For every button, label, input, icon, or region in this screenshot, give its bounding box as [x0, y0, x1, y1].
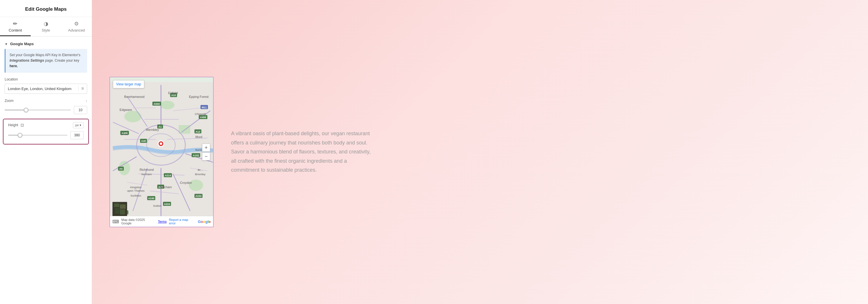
zoom-collapse-icon[interactable]: ‹ — [86, 98, 87, 103]
info-link[interactable]: here. — [9, 64, 18, 68]
svg-text:A240: A240 — [148, 197, 154, 200]
svg-text:A232: A232 — [195, 194, 202, 197]
zoom-group: Zoom ‹ — [0, 98, 92, 119]
description-area: A vibrant oasis of plant-based delights,… — [231, 129, 376, 175]
svg-text:Bromley: Bromley — [195, 173, 205, 176]
svg-text:Wembley: Wembley — [146, 128, 159, 131]
terms-link[interactable]: Terms — [158, 220, 166, 223]
tab-advanced-label: Advanced — [68, 28, 85, 32]
zoom-label: Zoom — [5, 99, 13, 103]
location-label: Location — [5, 77, 87, 81]
desktop-icon[interactable]: ⊡ — [21, 123, 24, 127]
description-text: A vibrant oasis of plant-based delights,… — [231, 129, 376, 175]
svg-text:Enfield: Enfield — [168, 91, 178, 95]
map-container: A10 A406 A406 M11 A12 A10 — [110, 77, 214, 227]
location-input[interactable] — [5, 84, 78, 93]
height-slider-thumb[interactable] — [18, 133, 22, 138]
section-arrow: ▼ — [5, 42, 8, 46]
api-key-info-box: Set your Google Maps API Key in Elemento… — [5, 49, 87, 73]
svg-point-1 — [124, 111, 141, 122]
tab-content-label: Content — [9, 28, 22, 32]
svg-text:Br...: Br... — [198, 168, 203, 172]
zoom-slider-thumb[interactable] — [24, 108, 28, 112]
svg-text:A214: A214 — [165, 174, 171, 177]
svg-text:M11: M11 — [202, 106, 207, 109]
map-controls: + − — [202, 144, 210, 160]
height-value-input[interactable] — [70, 131, 84, 139]
svg-text:Sutton: Sutton — [153, 204, 161, 207]
info-italic: Integrations Settings — [9, 59, 44, 63]
content-icon: ✏ — [13, 21, 18, 26]
keyboard-icon: ⌨ — [112, 219, 119, 224]
zoom-value-input[interactable] — [74, 106, 87, 114]
svg-rect-81 — [120, 204, 126, 209]
svg-text:Richmond: Richmond — [140, 168, 154, 172]
height-header: Height ⊡ px ▾ — [8, 122, 84, 128]
svg-text:A503: A503 — [154, 102, 160, 105]
info-text-before: Set your Google Maps API Key in Elemento… — [9, 53, 80, 57]
view-larger-map-link[interactable]: View larger map — [113, 80, 144, 88]
zoom-slider-track[interactable] — [5, 110, 71, 111]
section-google-maps[interactable]: ▼ Google Maps — [0, 36, 92, 49]
svg-rect-82 — [115, 208, 119, 214]
height-label: Height — [8, 123, 18, 127]
location-list-icon[interactable]: ≡ — [78, 86, 87, 91]
svg-text:A102: A102 — [193, 154, 199, 157]
svg-text:A406: A406 — [200, 116, 206, 119]
svg-rect-83 — [120, 209, 125, 215]
svg-text:Borehamwood: Borehamwood — [124, 95, 145, 98]
svg-point-2 — [160, 101, 174, 110]
svg-text:Edgware: Edgware — [120, 108, 132, 112]
svg-text:A224: A224 — [164, 203, 170, 206]
tabs-bar: ✏ Content ◑ Style ⚙ Advanced — [0, 17, 92, 36]
svg-text:Surbiton: Surbiton — [131, 194, 141, 197]
info-text-middle: page. Create your key — [44, 59, 79, 63]
height-slider-fill — [8, 134, 19, 136]
panel-title: Edit Google Maps — [0, 0, 92, 17]
height-unit-selector[interactable]: px ▾ — [73, 122, 84, 128]
right-panel: A10 A406 A406 M11 A12 A10 — [92, 0, 868, 304]
location-input-row: ≡ — [5, 84, 87, 94]
zoom-slider-fill — [5, 110, 25, 111]
svg-text:Kingston: Kingston — [130, 186, 141, 189]
svg-rect-80 — [114, 204, 119, 207]
svg-text:Chigwell: Chigwell — [195, 112, 206, 116]
svg-text:arrow: arrow — [121, 132, 128, 136]
height-slider-track[interactable] — [8, 134, 67, 136]
tab-advanced[interactable]: ⚙ Advanced — [61, 17, 92, 36]
svg-text:A12: A12 — [195, 130, 200, 133]
map-footer: ⌨ Map data ©2025 Google Terms Report a m… — [110, 216, 213, 227]
svg-text:A1: A1 — [158, 125, 161, 128]
svg-rect-3 — [179, 125, 190, 134]
map-inner: A10 A406 A406 M11 A12 A10 — [110, 77, 213, 227]
left-panel: Edit Google Maps ✏ Content ◑ Style ⚙ Adv… — [0, 0, 92, 304]
tab-content[interactable]: ✏ Content — [0, 17, 31, 36]
svg-text:Mitcham: Mitcham — [160, 185, 172, 189]
map-data-label: Map data ©2025 Google — [121, 218, 155, 225]
zoom-in-button[interactable]: + — [202, 144, 210, 152]
svg-text:upon Thames: upon Thames — [127, 189, 145, 192]
report-error-link[interactable]: Report a map error — [169, 218, 195, 225]
tab-style-label: Style — [42, 28, 50, 32]
svg-text:kenham: kenham — [142, 173, 152, 176]
zoom-out-button[interactable]: − — [202, 152, 210, 160]
svg-text:Croydon: Croydon — [180, 181, 192, 184]
svg-text:A40: A40 — [141, 140, 146, 143]
height-slider-row — [8, 131, 84, 139]
zoom-slider-row — [5, 106, 87, 114]
svg-text:A4: A4 — [119, 168, 122, 170]
tab-style[interactable]: ◑ Style — [31, 17, 61, 36]
zoom-header: Zoom ‹ — [5, 98, 87, 103]
section-label: Google Maps — [10, 42, 34, 46]
location-field-group: Location ≡ — [0, 77, 92, 98]
style-icon: ◑ — [44, 21, 48, 26]
satellite-thumbnail[interactable] — [112, 202, 127, 216]
google-logo: Google — [198, 219, 211, 224]
svg-text:Epping Forest: Epping Forest — [189, 95, 209, 98]
advanced-icon: ⚙ — [74, 21, 79, 26]
svg-text:Ilford: Ilford — [195, 135, 202, 139]
svg-point-78 — [160, 143, 162, 145]
height-group: Height ⊡ px ▾ — [3, 119, 89, 145]
